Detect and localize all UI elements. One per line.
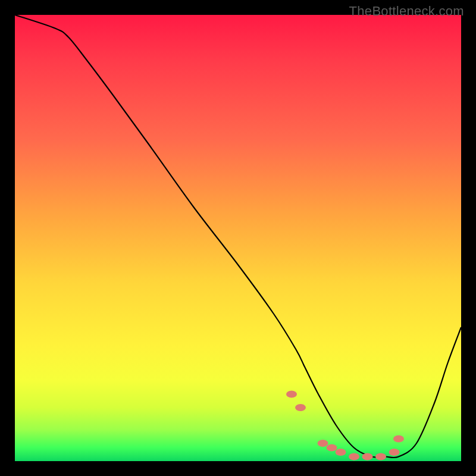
highlight-bead [318, 440, 328, 447]
highlight-bead [389, 449, 400, 456]
highlight-bead [336, 449, 346, 456]
highlight-bead [362, 453, 373, 461]
bottleneck-curve [15, 15, 461, 458]
chart-container: TheBottleneck.com [0, 0, 476, 476]
highlight-bead [393, 436, 404, 443]
curve-svg [15, 15, 461, 461]
highlight-beads [286, 391, 404, 461]
highlight-bead [327, 444, 337, 452]
watermark-text: TheBottleneck.com [349, 4, 464, 19]
highlight-bead [286, 391, 297, 398]
plot-area [15, 15, 461, 461]
highlight-bead [295, 404, 306, 411]
highlight-bead [349, 453, 359, 461]
highlight-bead [375, 453, 386, 461]
